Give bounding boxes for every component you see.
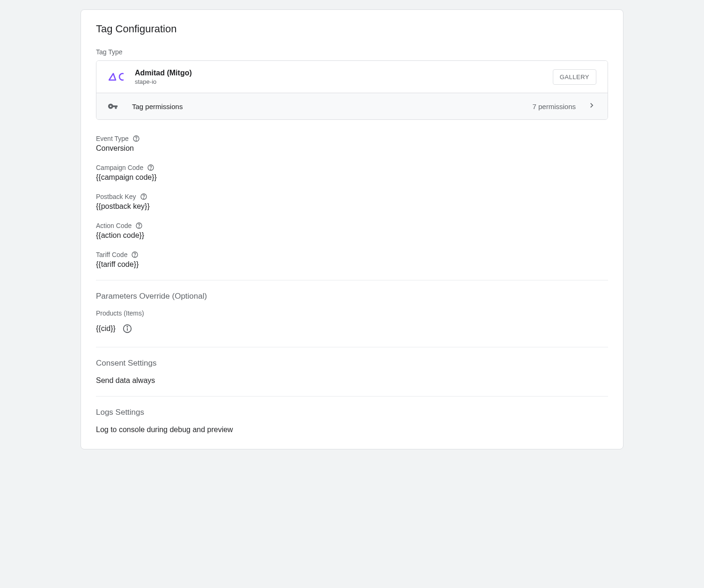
consent-settings-title: Consent Settings [96, 359, 608, 368]
postback-key-value: {{postback key}} [96, 202, 608, 211]
event-type-field: Event Type Conversion [96, 135, 608, 153]
svg-point-9 [135, 256, 135, 257]
divider [96, 347, 608, 347]
help-icon[interactable] [135, 222, 143, 229]
help-icon[interactable] [147, 164, 154, 171]
campaign-code-value: {{campaign code}} [96, 173, 608, 182]
svg-point-7 [139, 227, 139, 228]
svg-point-3 [151, 169, 151, 169]
event-type-label: Event Type [96, 135, 129, 142]
action-code-label: Action Code [96, 222, 132, 229]
cid-value: {{cid}} [96, 324, 116, 333]
card-title: Tag Configuration [96, 23, 608, 35]
logs-value: Log to console during debug and preview [96, 426, 608, 434]
logs-settings-title: Logs Settings [96, 408, 608, 417]
tag-header-text: Admitad (Mitgo) stape-io [135, 69, 553, 85]
svg-point-1 [136, 140, 136, 140]
divider [96, 280, 608, 280]
svg-point-12 [127, 326, 127, 327]
tag-type-header: Admitad (Mitgo) stape-io GALLERY [96, 61, 608, 93]
campaign-code-label: Campaign Code [96, 164, 143, 171]
tag-author: stape-io [135, 78, 553, 85]
permissions-count: 7 permissions [532, 103, 576, 110]
help-icon[interactable] [140, 193, 147, 200]
campaign-code-field: Campaign Code {{campaign code}} [96, 164, 608, 182]
parameters-override-title: Parameters Override (Optional) [96, 292, 608, 301]
key-icon [108, 101, 118, 111]
tag-name: Admitad (Mitgo) [135, 69, 553, 77]
tag-configuration-card: Tag Configuration Tag Type Admitad (Mitg… [81, 9, 623, 449]
consent-value: Send data always [96, 376, 608, 385]
tariff-code-label: Tariff Code [96, 251, 127, 258]
chevron-right-icon [587, 101, 596, 112]
tag-type-box: Admitad (Mitgo) stape-io GALLERY Tag per… [96, 60, 608, 120]
postback-key-label: Postback Key [96, 193, 136, 200]
svg-point-5 [143, 198, 144, 198]
action-code-field: Action Code {{action code}} [96, 222, 608, 240]
products-label: Products (Items) [96, 309, 608, 317]
postback-key-field: Postback Key {{postback key}} [96, 193, 608, 211]
admitad-logo-icon [108, 68, 125, 85]
divider [96, 396, 608, 397]
tariff-code-value: {{tariff code}} [96, 260, 608, 269]
gallery-button[interactable]: GALLERY [553, 69, 596, 85]
help-icon[interactable] [132, 135, 140, 142]
cid-row: {{cid}} [96, 323, 608, 334]
tag-type-label: Tag Type [96, 48, 608, 56]
tag-permissions-row[interactable]: Tag permissions 7 permissions [96, 93, 608, 119]
action-code-value: {{action code}} [96, 231, 608, 240]
help-icon[interactable] [131, 251, 139, 258]
info-icon[interactable] [122, 323, 132, 334]
tariff-code-field: Tariff Code {{tariff code}} [96, 251, 608, 269]
event-type-value: Conversion [96, 144, 608, 153]
permissions-label: Tag permissions [132, 103, 532, 110]
